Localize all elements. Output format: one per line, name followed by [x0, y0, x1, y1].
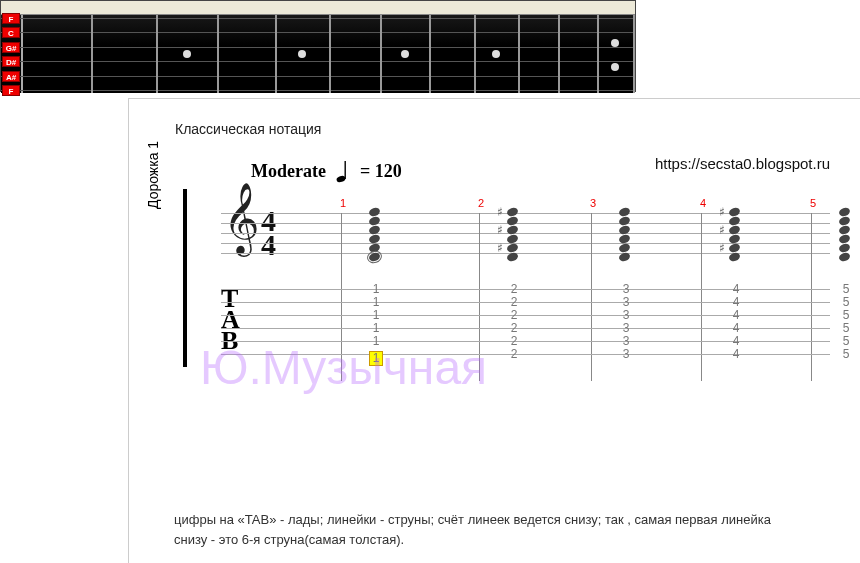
fretboard[interactable]: FCG#D#A#F: [1, 15, 635, 93]
fret-marker-icon: [611, 39, 619, 47]
footer-text: цифры на «TAB» - лады; линейки - струны;…: [174, 510, 860, 549]
tab-chord[interactable]: 222222: [507, 283, 521, 361]
fret: [380, 15, 382, 93]
chord[interactable]: [619, 207, 641, 262]
bar-number: 4: [700, 197, 706, 209]
tab-label: T A B: [221, 289, 238, 351]
fretboard-nut: [21, 15, 23, 93]
tab-chord[interactable]: 111111: [369, 283, 383, 366]
fret-marker-icon: [183, 50, 191, 58]
fret-marker-icon: [298, 50, 306, 58]
fretboard-string[interactable]: [1, 18, 635, 19]
fret: [275, 15, 277, 93]
fretboard-string[interactable]: [1, 61, 635, 62]
bar-number: 2: [478, 197, 484, 209]
note-head[interactable]: [728, 251, 741, 262]
tab-chord[interactable]: 555555: [839, 283, 853, 361]
fret-marker-icon: [401, 50, 409, 58]
chord[interactable]: [369, 207, 391, 262]
fret: [597, 15, 599, 93]
chord[interactable]: ♯♯♯: [507, 207, 529, 262]
sharp-icon: ♯: [497, 205, 503, 220]
fret: [329, 15, 331, 93]
tab-fret-number[interactable]: 2: [507, 348, 521, 361]
tab-fret-number[interactable]: 3: [619, 348, 633, 361]
sharp-icon: ♯: [497, 241, 503, 256]
sharp-icon: ♯: [719, 241, 725, 256]
sharp-icon: ♯: [719, 223, 725, 238]
fret-marker-icon: [611, 63, 619, 71]
bar-number: 3: [590, 197, 596, 209]
track-label: Дорожка 1: [145, 141, 161, 209]
fret: [217, 15, 219, 93]
fretboard-menu[interactable]: [1, 1, 635, 15]
fretboard-string[interactable]: [1, 90, 635, 91]
fret: [429, 15, 431, 93]
tempo-value: = 120: [360, 161, 402, 182]
fret: [91, 15, 93, 93]
tab-fret-number[interactable]: 5: [839, 348, 853, 361]
note-head[interactable]: [618, 251, 631, 262]
sharp-icon: ♯: [497, 223, 503, 238]
tab-chord[interactable]: 333333: [619, 283, 633, 361]
fretboard-string[interactable]: [1, 76, 635, 77]
tab-fret-number[interactable]: 4: [729, 348, 743, 361]
note-head[interactable]: [838, 251, 851, 262]
string-label: F: [2, 13, 20, 24]
string-label: C: [2, 27, 20, 38]
string-label: F: [2, 85, 20, 96]
fret: [518, 15, 520, 93]
bar-number: 1: [340, 197, 346, 209]
fretboard-panel: FCG#D#A#F: [0, 0, 636, 92]
fretboard-string[interactable]: [1, 47, 635, 48]
notation-staff[interactable]: 𝄞 4 4 12♯♯♯34♯♯♯56: [193, 189, 830, 279]
fretboard-string[interactable]: [1, 32, 635, 33]
fret: [156, 15, 158, 93]
chord[interactable]: [839, 207, 860, 262]
fret: [474, 15, 476, 93]
tempo-label: Moderate: [251, 161, 326, 182]
fret: [558, 15, 560, 93]
quarter-note-icon: [336, 159, 350, 183]
tab-chord[interactable]: 444444: [729, 283, 743, 361]
score-system: Дорожка 1 𝄞 4 4 12♯♯♯34♯♯♯56 T A B 11111…: [175, 189, 830, 367]
notation-heading: Классическая нотация: [175, 121, 830, 137]
string-label: A#: [2, 71, 20, 82]
string-label: G#: [2, 42, 20, 53]
score-document: Классическая нотация https://secsta0.blo…: [128, 98, 860, 563]
fret-marker-icon: [492, 50, 500, 58]
bar-number: 5: [810, 197, 816, 209]
svg-rect-1: [344, 161, 345, 179]
source-url: https://secsta0.blogspot.ru: [655, 155, 830, 172]
string-label: D#: [2, 56, 20, 67]
tab-staff[interactable]: T A B 111111222222333333444444555555: [193, 285, 830, 367]
fret: [633, 15, 635, 93]
tab-cursor[interactable]: 1: [370, 352, 382, 365]
chord[interactable]: ♯♯♯: [729, 207, 751, 262]
note-head[interactable]: [368, 251, 381, 262]
sharp-icon: ♯: [719, 205, 725, 220]
tab-fret-number[interactable]: 1: [369, 335, 383, 348]
note-head[interactable]: [506, 251, 519, 262]
